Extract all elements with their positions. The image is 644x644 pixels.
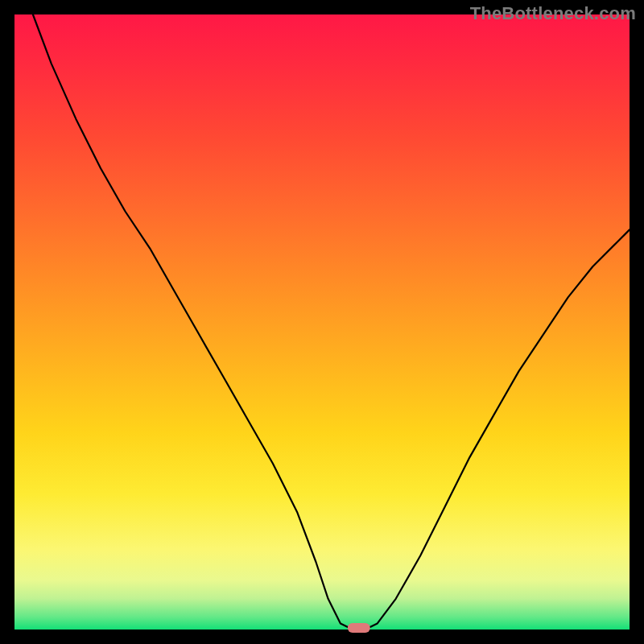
bottleneck-curve bbox=[33, 14, 630, 630]
plot-area bbox=[14, 14, 630, 630]
watermark-text: TheBottleneck.com bbox=[470, 3, 636, 24]
optimal-marker bbox=[348, 623, 370, 633]
chart-frame: TheBottleneck.com bbox=[0, 0, 644, 644]
curve-svg bbox=[14, 14, 630, 630]
